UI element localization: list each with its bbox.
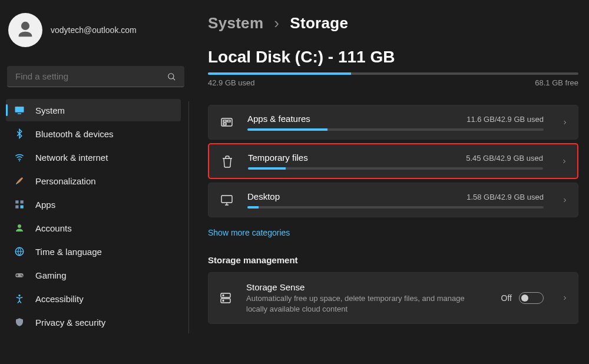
svg-point-22: [223, 295, 224, 296]
nav-label: Network & internet: [35, 153, 108, 163]
category-usage: 11.6 GB/42.9 GB used: [466, 115, 544, 124]
category-desktop[interactable]: Desktop 1.58 GB/42.9 GB used: [208, 183, 578, 217]
nav-item-gaming[interactable]: Gaming: [6, 264, 181, 286]
chevron-right-icon: ›: [274, 14, 279, 32]
storage-categories: Apps & features 11.6 GB/42.9 GB used Tem…: [208, 105, 578, 217]
breadcrumb-parent[interactable]: System: [208, 14, 263, 32]
nav-item-apps[interactable]: Apps: [6, 193, 181, 216]
storage-sense-row[interactable]: Storage Sense Automatically free up spac…: [208, 272, 578, 324]
svg-rect-18: [223, 123, 226, 125]
nav-label: Bluetooth & devices: [35, 129, 114, 139]
nav-item-system[interactable]: System: [6, 99, 181, 121]
user-email: vodytech@outlook.com: [51, 25, 137, 35]
category-title: Apps & features: [247, 114, 310, 124]
nav-label: Personalization: [35, 176, 96, 186]
category-bar: [247, 128, 544, 131]
chevron-right-icon: [561, 119, 568, 126]
nav-item-privacy[interactable]: Privacy & security: [6, 311, 181, 333]
nav-label: Accessibility: [35, 294, 84, 304]
disk-free-label: 68.1 GB free: [535, 78, 578, 87]
nav-label: Gaming: [35, 270, 67, 280]
svg-rect-3: [18, 113, 21, 114]
nav-item-bluetooth[interactable]: Bluetooth & devices: [6, 123, 181, 145]
breadcrumb-current: Storage: [290, 14, 348, 32]
avatar: [8, 13, 42, 47]
disk-title: Local Disk (C:) - 111 GB: [208, 48, 578, 67]
svg-point-0: [168, 73, 174, 78]
paintbrush-icon: [14, 176, 25, 186]
svg-rect-19: [221, 196, 232, 203]
svg-rect-16: [223, 120, 226, 122]
storage-sense-description: Automatically free up space, delete temp…: [246, 293, 470, 314]
svg-point-4: [19, 160, 20, 161]
nav-item-network[interactable]: Network & internet: [6, 146, 181, 168]
overall-usage: 42.9 GB used 68.1 GB free: [208, 72, 578, 87]
category-usage: 5.45 GB/42.9 GB used: [466, 154, 543, 163]
storage-sense-state: Off: [501, 293, 512, 303]
apps-features-icon: [219, 115, 234, 130]
main-panel: System › Storage Local Disk (C:) - 111 G…: [191, 0, 589, 364]
apps-grid-icon: [14, 199, 25, 210]
chevron-right-icon: [561, 197, 568, 204]
svg-rect-7: [15, 206, 18, 209]
svg-point-14: [18, 294, 20, 296]
gamepad-icon: [14, 270, 25, 280]
svg-rect-6: [21, 200, 24, 203]
account-person-icon: [14, 223, 25, 233]
nav: System Bluetooth & devices Network & int…: [6, 99, 187, 333]
monitor-icon: [14, 105, 25, 115]
nav-item-accessibility[interactable]: Accessibility: [6, 287, 181, 310]
accessibility-icon: [14, 293, 25, 304]
svg-point-23: [223, 300, 224, 302]
svg-point-9: [18, 224, 21, 228]
category-title: Desktop: [247, 191, 280, 201]
nav-label: Accounts: [35, 223, 72, 233]
account-header[interactable]: vodytech@outlook.com: [6, 11, 187, 55]
category-apps-features[interactable]: Apps & features 11.6 GB/42.9 GB used: [208, 105, 578, 140]
section-storage-management: Storage management: [208, 255, 578, 265]
nav-label: Time & language: [35, 247, 102, 257]
category-bar: [248, 167, 543, 170]
chevron-right-icon: [561, 294, 568, 302]
chevron-right-icon: [561, 158, 568, 165]
nav-item-time-language[interactable]: Time & language: [6, 240, 181, 263]
globe-clock-icon: [14, 246, 25, 257]
svg-rect-8: [21, 206, 24, 209]
category-usage: 1.58 GB/42.9 GB used: [466, 193, 544, 201]
storage-sense-icon: [218, 290, 233, 306]
search-input-wrap[interactable]: [7, 66, 184, 87]
breadcrumb: System › Storage: [208, 14, 578, 32]
overall-usage-fill: [208, 72, 351, 75]
nav-label: System: [35, 105, 65, 115]
nav-label: Privacy & security: [35, 317, 105, 327]
svg-rect-17: [227, 120, 230, 122]
overall-usage-bar: [208, 72, 578, 75]
nav-item-personalization[interactable]: Personalization: [6, 170, 181, 192]
shield-icon: [14, 317, 25, 327]
sidebar: vodytech@outlook.com System Bluetooth & …: [0, 0, 191, 364]
disk-used-label: 42.9 GB used: [208, 78, 255, 87]
category-title: Temporary files: [248, 153, 308, 163]
category-bar: [247, 206, 544, 209]
svg-point-13: [22, 276, 23, 277]
trash-icon: [220, 154, 235, 169]
nav-separator: [188, 101, 189, 333]
wifi-icon: [14, 152, 25, 163]
search-icon: [167, 72, 176, 81]
storage-sense-title: Storage Sense: [246, 282, 488, 292]
category-temporary-files[interactable]: Temporary files 5.45 GB/42.9 GB used: [208, 143, 578, 179]
person-icon: [15, 20, 35, 40]
nav-item-accounts[interactable]: Accounts: [6, 217, 181, 239]
storage-sense-toggle[interactable]: [519, 292, 544, 304]
search-input[interactable]: [15, 71, 167, 81]
svg-rect-2: [15, 107, 24, 112]
svg-line-1: [173, 78, 175, 80]
bluetooth-icon: [14, 128, 25, 139]
desktop-icon: [219, 193, 234, 208]
svg-rect-5: [15, 200, 18, 203]
svg-point-12: [21, 274, 22, 276]
nav-label: Apps: [35, 200, 55, 210]
show-more-categories-link[interactable]: Show more categories: [208, 228, 290, 237]
